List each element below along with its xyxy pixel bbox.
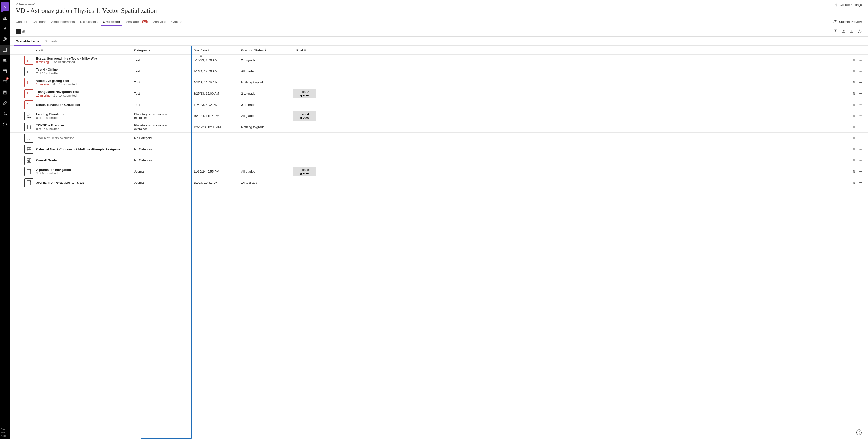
add-column-button[interactable] [199, 54, 203, 58]
nav-calendar-icon[interactable] [0, 66, 10, 76]
table-row[interactable]: Overall GradeNo Category [10, 155, 868, 166]
course-settings-button[interactable]: Course Settings [834, 3, 862, 7]
row-menu-button[interactable] [859, 136, 862, 140]
col-header-post[interactable]: Post [292, 48, 316, 52]
view-list-button[interactable] [16, 29, 21, 34]
table-row[interactable]: Total Term Tests calculationNo Category [10, 132, 868, 143]
reorder-button[interactable] [852, 114, 856, 117]
item-subtext: 0 of 14 submitted [36, 127, 64, 131]
tab-analytics[interactable]: Analytics [153, 18, 166, 26]
due-cell: 5/3/23, 12:00 AM [182, 80, 241, 84]
row-menu-button[interactable] [859, 147, 862, 151]
item-subtext: 2 of 14 submitted [36, 72, 59, 75]
reorder-button[interactable] [852, 125, 856, 129]
status-cell: Nothing to grade [241, 125, 292, 129]
category-cell: Planetary simulations and exercises [131, 112, 182, 120]
table-header: Item Category Due Date Grading Status Po… [10, 46, 868, 55]
post-grades-button[interactable]: Post 5 grades [293, 167, 316, 176]
category-cell: No Category [131, 159, 182, 162]
gradable-items-table: Item Category Due Date Grading Status Po… [10, 46, 868, 439]
col-header-due[interactable]: Due Date [182, 48, 241, 52]
tab-groups[interactable]: Groups [172, 18, 182, 26]
col-header-item[interactable]: Item [25, 48, 131, 52]
reorder-button[interactable] [852, 69, 856, 73]
nav-admin-icon[interactable] [0, 108, 10, 119]
view-grid-button[interactable] [21, 29, 26, 34]
nav-profile-icon[interactable] [0, 23, 10, 34]
nav-organizations-icon[interactable] [0, 55, 10, 66]
help-button[interactable] [856, 429, 862, 436]
download-button[interactable] [849, 29, 854, 34]
nav-history-icon[interactable] [0, 119, 10, 130]
post-grades-button[interactable]: Post 2 grades [293, 89, 316, 99]
close-panel-button[interactable] [1, 2, 9, 11]
table-row[interactable]: Celestial Nav + Coursework Multiple Atte… [10, 143, 868, 155]
table-row[interactable]: Journal from Gradable Items ListJournal1… [10, 177, 868, 188]
tab-content[interactable]: Content [16, 18, 27, 26]
subtab-gradable-items[interactable]: Gradable Items [16, 37, 39, 45]
nav-messages-badge: 5 [6, 77, 9, 80]
table-row[interactable]: Spatial Navigation Group testTest11/4/23… [10, 99, 868, 110]
row-menu-button[interactable] [859, 114, 862, 117]
tab-discussions[interactable]: Discussions [80, 18, 98, 26]
table-row[interactable]: Triangulated Navigation Test12 missing|2… [10, 88, 868, 99]
row-menu-button[interactable] [859, 103, 862, 106]
status-cell: 2 to grade [241, 92, 292, 95]
status-cell: 14 to grade [241, 181, 292, 184]
student-preview-icon [833, 20, 837, 24]
nav-activity-icon[interactable] [0, 34, 10, 44]
nav-grades-icon[interactable] [0, 87, 10, 98]
item-subtext: 8 missing|5 of 13 submitted [36, 61, 97, 64]
row-menu-button[interactable] [859, 125, 862, 129]
item-subtext: 14 missing|0 of 14 submitted [36, 83, 76, 86]
tab-announcements[interactable]: Announcements [51, 18, 75, 26]
item-subtext: 12 missing|2 of 14 submitted [36, 94, 79, 97]
reorder-button[interactable] [852, 147, 856, 151]
category-cell: Planetary simulations and exercises [131, 124, 182, 131]
row-menu-button[interactable] [859, 80, 862, 84]
col-header-status[interactable]: Grading Status [241, 48, 292, 52]
status-cell: All graded [241, 170, 292, 173]
reorder-button[interactable] [852, 159, 856, 162]
reorder-button[interactable] [852, 58, 856, 62]
reorder-button[interactable] [852, 103, 856, 106]
table-row[interactable]: TOI-700 e Exercise0 of 14 submittedPlane… [10, 121, 868, 132]
category-cell: Journal [131, 170, 182, 173]
search-items-button[interactable] [833, 29, 838, 34]
nav-courses-icon[interactable] [0, 44, 10, 55]
nav-messages-icon[interactable]: 5 [0, 76, 10, 87]
reorder-button[interactable] [852, 80, 856, 84]
item-title: Test 0 - Offline [36, 68, 59, 71]
col-header-category[interactable]: Category [131, 48, 182, 52]
category-cell: Test [131, 80, 182, 84]
reorder-button[interactable] [852, 181, 856, 184]
student-preview-button[interactable]: Student Preview [833, 20, 862, 24]
left-nav-rail: 5 PrivaTermAcce [0, 0, 10, 439]
table-row[interactable]: Test 0 - Offline2 of 14 submittedTest1/1… [10, 66, 868, 77]
subtab-students[interactable]: Students [45, 37, 58, 45]
post-grades-button[interactable]: Post 4 grades [293, 111, 316, 121]
tab-calendar[interactable]: Calendar [32, 18, 46, 26]
table-row[interactable]: Essay: Sun proximity effects - Milky Way… [10, 55, 868, 66]
tab-messages[interactable]: Messages 57 [125, 18, 148, 26]
reorder-button[interactable] [852, 136, 856, 140]
row-menu-button[interactable] [859, 181, 862, 184]
table-row[interactable]: Landing Simulation0 of 13 submittedPlane… [10, 110, 868, 121]
table-row[interactable]: A journal on navigation2 of 9 submittedJ… [10, 166, 868, 177]
row-menu-button[interactable] [859, 92, 862, 95]
gear-icon [834, 3, 838, 7]
nav-institution-icon[interactable] [0, 12, 10, 23]
reorder-button[interactable] [852, 92, 856, 95]
nav-tools-icon[interactable] [0, 98, 10, 108]
row-menu-button[interactable] [859, 159, 862, 162]
row-menu-button[interactable] [859, 58, 862, 62]
reorder-button[interactable] [852, 170, 856, 173]
upload-button[interactable] [841, 29, 846, 34]
due-cell: 10/1/24, 11:14 PM [182, 114, 241, 117]
row-menu-button[interactable] [859, 69, 862, 73]
table-row[interactable]: Video Eye gazing Test14 missing|0 of 14 … [10, 77, 868, 88]
gradebook-settings-button[interactable] [857, 29, 862, 34]
tab-gradebook[interactable]: Gradebook [103, 18, 120, 26]
row-menu-button[interactable] [859, 170, 862, 173]
status-cell: 2 to grade [241, 58, 292, 62]
